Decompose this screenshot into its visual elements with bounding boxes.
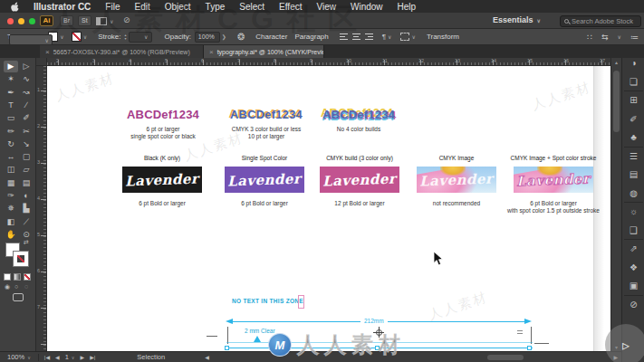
scrollbar-thumb[interactable] [613,71,620,132]
stroke-weight-stepper[interactable]: ▴ ▾ [125,33,127,41]
share-icon[interactable]: ⊘ [123,15,130,24]
character-link[interactable]: Character [255,33,287,41]
type-tool[interactable]: T [4,100,18,111]
arrange-documents-icon[interactable] [96,17,107,25]
chevron-down-icon[interactable]: ∨ [618,33,621,40]
draw-normal-button[interactable]: ◉ [5,283,10,291]
tab-document-2[interactable]: × typography.ai* @ 100% (CMYK/Preview) [204,45,324,58]
menu-item-select[interactable]: Select [232,2,272,12]
direct-selection-tool[interactable]: ▷ [19,61,34,72]
search-input[interactable] [572,17,640,25]
chevron-down-icon[interactable]: ∨ [45,37,49,43]
panel-gradient[interactable]: ▤ [626,167,641,181]
stepper-down-icon[interactable]: ▾ [125,37,127,41]
menu-item-type[interactable]: Type [198,2,233,12]
next-artboard-button[interactable]: ▶ [81,354,85,360]
width-tool[interactable]: ↔ [4,151,18,163]
chevron-down-icon[interactable]: ∨ [144,33,148,40]
select-similar-icon[interactable] [400,33,409,41]
panel-export[interactable]: ⇗ [626,242,641,255]
selection-tool[interactable]: ▶ [4,61,18,72]
panel-swatches[interactable]: ⊞ [626,93,641,107]
draw-inside-button[interactable]: ◌ [24,283,28,290]
chevron-down-icon[interactable]: ∨ [27,355,31,360]
pen-tool[interactable]: ✒ [4,87,18,99]
scroll-down-icon[interactable]: ▾ [611,344,621,350]
scrollbar-thumb[interactable] [487,355,524,360]
curvature-tool[interactable]: ↝ [19,87,34,99]
column-graph-tool[interactable]: ▙ [19,203,34,214]
search-box[interactable] [560,15,641,27]
bridge-button[interactable]: Br [60,15,73,26]
shape-builder-tool[interactable]: ◫ [4,164,18,176]
brush-definition-dropdown[interactable]: ∨ [9,34,53,45]
free-transform-tool[interactable]: ▢ [19,151,34,163]
paintbrush-tool[interactable]: ✐ [19,112,34,124]
opacity-field[interactable]: 100% [195,32,220,43]
menu-item-illustrator-cc[interactable]: Illustrator CC [26,2,98,12]
rotate-tool[interactable]: ↻ [4,138,18,150]
zoom-level[interactable]: 100% [7,353,24,361]
first-artboard-button[interactable]: |◀ [44,354,50,360]
menu-item-object[interactable]: Object [158,2,198,12]
transform-link[interactable]: Transform [427,33,459,41]
panel-stroke[interactable]: ☰ [626,149,641,163]
menu-item-help[interactable]: Help [390,2,424,12]
previous-artboard-button[interactable]: ◀ [55,354,60,360]
mesh-tool[interactable]: ▦ [4,177,18,189]
stock-button[interactable]: St [78,15,91,26]
panel-libraries[interactable]: ⊘ [626,298,641,311]
artboard-number[interactable]: 1 [65,353,69,361]
artboard-canvas[interactable]: ABCDef1234 6 pt or larger single spot co… [47,66,610,351]
last-artboard-button[interactable]: ▶| [90,354,95,360]
workspace-switcher[interactable]: Essentials ∨ [493,15,541,24]
panel-layers[interactable]: ❖ [626,261,641,274]
line-segment-tool[interactable]: ∕ [19,100,34,111]
panel-color-guide[interactable]: ❏ [626,75,641,89]
artboard-tool[interactable]: ◧ [4,216,18,228]
close-window-button[interactable] [7,18,14,24]
scroll-right-icon[interactable]: ▶ [613,354,618,360]
vertical-scrollbar[interactable]: ▴ ▾ [610,58,621,351]
hand-tool[interactable]: ✋ [4,229,18,241]
menu-item-file[interactable]: File [98,2,127,12]
panel-graphic-styles[interactable]: ❑ [626,224,641,237]
panel-artboards[interactable]: ▣ [626,279,641,292]
horizontal-scrollbar[interactable] [213,354,605,361]
chevron-right-icon[interactable]: ❯ [222,33,226,40]
panel-transparency[interactable]: ◍ [626,186,641,200]
scale-tool[interactable]: ↘ [19,138,34,150]
swap-fill-stroke-icon[interactable]: ⇄ [24,239,29,246]
align-left-icon[interactable] [340,33,348,41]
close-icon[interactable]: × [45,48,50,56]
screen-mode-button[interactable] [13,293,24,301]
tab-document-1[interactable]: × 56657-OXOSLY-390.ai* @ 100% (RGB/Previ… [40,45,204,58]
chevron-down-icon[interactable]: ∨ [60,33,63,40]
eyedropper-tool[interactable]: ✑ [4,190,18,202]
panel-color[interactable]: ◑ [626,56,641,70]
draw-behind-button[interactable]: ○ [14,283,18,290]
scissors-tool[interactable]: ✂ [19,126,34,138]
pencil-tool[interactable]: ✏ [4,126,18,138]
gradient-tool[interactable]: ▤ [19,177,34,189]
panel-menu-icon[interactable]: ≔ [630,33,639,42]
lasso-tool[interactable]: ∿ [19,73,34,85]
minimize-window-button[interactable] [18,18,24,24]
stroke-color-swatch[interactable] [14,252,28,266]
align-center-icon[interactable] [352,33,360,41]
align-right-icon[interactable] [365,33,373,41]
magic-wand-tool[interactable]: ✶ [4,73,18,85]
dots-grid-icon[interactable]: ∷ [587,33,592,42]
menu-item-effect[interactable]: Effect [272,2,309,12]
perspective-grid-tool[interactable]: ▱ [19,164,34,176]
menu-item-window[interactable]: Window [343,2,390,12]
recolor-artwork-icon[interactable]: ❂ [237,32,245,42]
apple-icon[interactable] [11,2,19,12]
scroll-up-icon[interactable]: ▴ [611,59,621,65]
panel-brushes[interactable]: ✐ [626,112,641,126]
symbol-sprayer-tool[interactable]: ✵ [4,203,18,214]
gradient-mode-button[interactable] [14,273,21,281]
menu-item-edit[interactable]: Edit [127,2,157,12]
arrange-icon[interactable]: ⇆ [601,33,609,42]
scroll-left-icon[interactable]: ◀ [205,354,209,360]
